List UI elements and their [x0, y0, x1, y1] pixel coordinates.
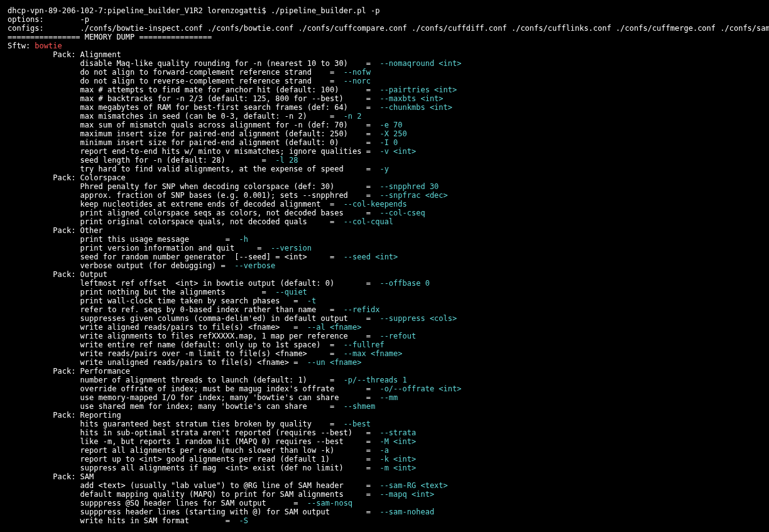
option-row: try hard to find valid alignments, at th… — [8, 165, 761, 173]
option-row: use shared mem for index; many 'bowtie's… — [8, 402, 761, 411]
option-flag: -o/--offrate <int> — [379, 384, 461, 393]
option-flag: --nofw — [344, 68, 371, 77]
pack-title: Pack: Other — [8, 226, 103, 235]
option-flag: --norc — [344, 77, 371, 85]
pack-header: Pack: Output — [8, 270, 761, 279]
option-row: report up to <int> good alignments per r… — [8, 455, 761, 464]
option-row: print nothing but the alignments = --qui… — [8, 288, 761, 296]
terminal-output[interactable]: dhcp-vpn-89-206-102-7:pipeline_builder_V… — [0, 0, 769, 532]
option-row: write aligned reads/pairs to file(s) <fn… — [8, 323, 761, 332]
option-flag: --col-cseq — [379, 209, 425, 217]
option-description: write entire ref name (default: only up … — [8, 340, 344, 349]
option-row: default mapping quality (MAPQ) to print … — [8, 490, 761, 499]
option-flag: --col-cqual — [344, 217, 393, 226]
option-row: supppress @SQ header lines for SAM outpu… — [8, 499, 761, 508]
option-row: report end-to-end hits w/ minto v mismat… — [8, 147, 761, 156]
option-description: disable Maq-like quality rounding for -n… — [8, 59, 379, 68]
option-description: max megabytes of RAM for best-first sear… — [8, 103, 379, 112]
option-flag: --mapq <int> — [379, 490, 434, 499]
option-flag: --pairtries <int> — [379, 85, 457, 94]
option-row: refer to ref. seqs by 0-based index rath… — [8, 305, 761, 314]
option-flag: --max <fname> — [344, 349, 403, 358]
option-description: use shared mem for index; many 'bowtie's… — [8, 402, 344, 411]
option-row: leftmost ref offset <int> in bowtie outp… — [8, 279, 761, 288]
option-description: seed for random number generator [--seed… — [8, 252, 344, 261]
option-row: print version information and quit = --v… — [8, 244, 761, 252]
option-row: max # backtracks for -n 2/3 (default: 12… — [8, 94, 761, 103]
option-flag: --best — [344, 420, 371, 428]
option-description: write hits in SAM format = — [8, 516, 239, 525]
memory-dump-header: ================ MEMORY DUMP ===========… — [8, 33, 212, 41]
option-description: override offrate of index; must be magug… — [8, 384, 379, 393]
option-flag: --shmem — [344, 402, 376, 411]
option-flag: --verbose — [234, 261, 275, 270]
shell-prompt: dhcp-vpn-89-206-102-7:pipeline_builder_V… — [8, 6, 271, 15]
option-row: max megabytes of RAM for best-first sear… — [8, 103, 761, 112]
option-row: print aligned colorspace seqs as colors,… — [8, 209, 761, 217]
sftw-value: bowtie — [35, 41, 62, 50]
option-flag: --snpfrac <dec> — [379, 191, 447, 200]
option-row: hits in sub-optimal strata aren't report… — [8, 428, 761, 437]
option-flag: -I 0 — [379, 138, 398, 147]
option-flag: --suppress <cols> — [379, 314, 457, 323]
pack-title: Pack: SAM — [8, 472, 94, 481]
option-description: report all alignments per read (much slo… — [8, 446, 379, 455]
option-flag: --mm — [379, 393, 398, 402]
option-flag: --quiet — [275, 288, 307, 296]
pack-title: Pack: Performance — [8, 367, 130, 376]
option-row: Phred penalty for SNP when decoding colo… — [8, 182, 761, 191]
option-description: leftmost ref offset <int> in bowtie outp… — [8, 279, 379, 288]
option-flag: --chunkmbs <int> — [379, 103, 452, 112]
option-flag: -X 250 — [379, 129, 406, 138]
option-flag: --seed <int> — [344, 252, 398, 261]
option-description: approx. fraction of SNP bases (e.g. 0.00… — [8, 191, 379, 200]
pack-header: Pack: Alignment — [8, 50, 761, 59]
option-description: print version information and quit = — [8, 244, 271, 252]
option-description: verbose output (for debugging) = — [8, 261, 234, 270]
sftw-line: Sftw: bowtie — [8, 41, 761, 50]
options-line: options: -p — [8, 15, 89, 24]
option-row: seed length for -n (default: 28) = -l 28 — [8, 156, 761, 165]
option-flag: -m <int> — [379, 464, 416, 472]
option-description: max # backtracks for -n 2/3 (default: 12… — [8, 94, 379, 103]
option-row: seed for random number generator [--seed… — [8, 252, 761, 261]
sftw-label: Sftw: — [8, 41, 35, 50]
option-flag: -h — [239, 235, 248, 244]
option-row: verbose output (for debugging) = --verbo… — [8, 261, 761, 270]
option-flag: -k <int> — [379, 455, 416, 464]
option-row: write reads/pairs over -m limit to file(… — [8, 349, 761, 358]
option-description: hits guaranteed best stratum ties broken… — [8, 420, 344, 428]
option-row: maximum insert size for paired-end align… — [8, 129, 761, 138]
option-description: keep nucleotides at extreme ends of deco… — [8, 200, 344, 209]
option-description: like -m, but reports 1 random hit (MAPQ … — [8, 437, 379, 446]
option-flag: --maxbts <int> — [379, 94, 443, 103]
option-description: refer to ref. seqs by 0-based index rath… — [8, 305, 344, 314]
option-row: supppress header lines (starting with @)… — [8, 508, 761, 516]
option-row: write unaligned reads/pairs to file(s) <… — [8, 358, 761, 367]
option-description: use memory-mapped I/O for index; many 'b… — [8, 393, 379, 402]
option-description: suppresses given columns (comma-delim'ed… — [8, 314, 379, 323]
option-description: print nothing but the alignments = — [8, 288, 275, 296]
option-description: default mapping quality (MAPQ) to print … — [8, 490, 379, 499]
option-row: use memory-mapped I/O for index; many 'b… — [8, 393, 761, 402]
option-row: suppress all alignments if mag <int> exi… — [8, 464, 761, 472]
option-description: do not align to reverse-complement refer… — [8, 77, 344, 85]
pack-title: Pack: Output — [8, 270, 107, 279]
option-flag: --fullref — [344, 340, 384, 349]
option-row: suppresses given columns (comma-delim'ed… — [8, 314, 761, 323]
option-row: hits guaranteed best stratum ties broken… — [8, 420, 761, 428]
option-row: disable Maq-like quality rounding for -n… — [8, 59, 761, 68]
option-flag: -l 28 — [275, 156, 298, 165]
option-description: hits in sub-optimal strata aren't report… — [8, 428, 379, 437]
option-description: write aligned reads/pairs to file(s) <fn… — [8, 323, 307, 332]
shell-command: ./pipeline_builder.pl -p — [271, 6, 379, 15]
option-description: write unaligned reads/pairs to file(s) <… — [8, 358, 307, 367]
option-description: seed length for -n (default: 28) = — [8, 156, 275, 165]
option-flag: -e 70 — [379, 121, 402, 129]
option-flag: --sam-nohead — [379, 508, 434, 516]
option-row: max # attempts to find mate for anchor h… — [8, 85, 761, 94]
option-description: max sum of mismatch quals across alignme… — [8, 121, 379, 129]
option-row: override offrate of index; must be magug… — [8, 384, 761, 393]
option-flag: -a — [379, 446, 388, 455]
option-flag: --strata — [379, 428, 416, 437]
